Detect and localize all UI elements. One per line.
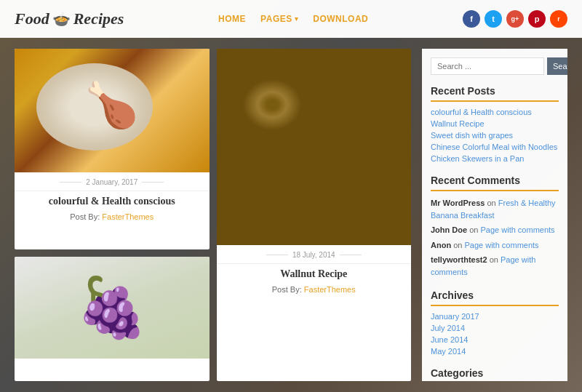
archives-title: Archives [431, 289, 559, 306]
google-plus-icon[interactable]: g+ [506, 10, 524, 28]
comment-0: Mr WordPress on Fresh & Healthy Banana B… [431, 196, 559, 223]
post-title-chicken: colourful & Health conscious [15, 191, 210, 210]
chicken-image [15, 49, 210, 172]
social-icons: f t g+ p r [463, 10, 567, 28]
recent-post-3[interactable]: Chinese Colorful Meal with Noodles [431, 141, 559, 153]
comment-action-3: on [490, 255, 498, 264]
reddit-icon[interactable]: r [550, 10, 567, 28]
comment-user-2: Anon [431, 241, 451, 249]
comment-3: tellyworthtest2 on Page with comments [431, 252, 559, 279]
logo-text-recipes: Recipes [73, 9, 124, 28]
post-card-walnuts[interactable]: 18 July, 2014 Wallnut Recipe Post By: Fa… [217, 49, 412, 381]
nav-home[interactable]: HOME [218, 14, 246, 24]
twitter-icon[interactable]: t [485, 10, 502, 28]
categories-title: Categories [431, 367, 559, 381]
post-title-walnuts: Wallnut Recipe [217, 264, 412, 283]
post-card-chicken[interactable]: 2 January, 2017 colourful & Health consc… [15, 49, 210, 249]
archive-2[interactable]: June 2014 [431, 334, 559, 345]
categories-section: Categories [431, 367, 559, 381]
post-meta-chicken: 2 January, 2017 [15, 172, 210, 191]
comment-action-1: on [469, 225, 478, 234]
comment-link-1[interactable]: Page with comments [481, 225, 555, 234]
recent-post-4[interactable]: Chicken Skewers in a Pan [431, 153, 559, 164]
logo-icon: 🍲 [52, 10, 71, 28]
pinterest-icon[interactable]: p [528, 10, 546, 28]
author-label-walnuts: Post By: [272, 285, 302, 294]
comment-user-0: Mr WordPress [431, 199, 485, 207]
recent-post-0[interactable]: colourful & Health conscious [431, 106, 559, 118]
post-author-walnuts: Post By: FasterThemes [217, 283, 412, 300]
author-link-walnuts[interactable]: FasterThemes [304, 285, 356, 294]
recent-posts-title: Recent Posts [431, 85, 559, 102]
main-content: 2 January, 2017 colourful & Health consc… [0, 38, 582, 392]
post-card-grapes[interactable] [15, 257, 210, 381]
recent-comments-section: Recent Comments Mr WordPress on Fresh & … [431, 175, 559, 279]
posts-grid: 2 January, 2017 colourful & Health consc… [15, 49, 411, 381]
header: Food 🍲 Recipes HOME PAGES ▾ DOWNLOAD f t… [0, 0, 582, 38]
sidebar: Search Recent Posts colourful & Health c… [422, 49, 567, 381]
walnuts-image [217, 49, 412, 245]
comment-user-1: John Doe [431, 225, 467, 234]
comment-action-0: on [487, 199, 495, 207]
archive-3[interactable]: May 2014 [431, 345, 559, 357]
archive-1[interactable]: July 2014 [431, 322, 559, 334]
post-author-chicken: Post By: FasterThemes [15, 210, 210, 227]
recent-post-1[interactable]: Wallnut Recipe [431, 118, 559, 129]
comment-action-2: on [453, 241, 462, 249]
post-meta-walnuts: 18 July, 2014 [217, 245, 412, 264]
post-date-chicken: 2 January, 2017 [23, 178, 201, 186]
recent-posts-section: Recent Posts colourful & Health consciou… [431, 85, 559, 164]
main-nav: HOME PAGES ▾ DOWNLOAD [218, 14, 368, 24]
search-input[interactable] [431, 57, 544, 75]
logo-text-food: Food [15, 9, 49, 28]
facebook-icon[interactable]: f [463, 10, 480, 28]
grapes-image [15, 257, 210, 359]
comment-2: Anon on Page with comments [431, 238, 559, 253]
comment-user-3: tellyworthtest2 [431, 255, 487, 264]
recent-comments-title: Recent Comments [431, 175, 559, 191]
logo[interactable]: Food 🍲 Recipes [15, 9, 124, 28]
author-label: Post By: [70, 212, 100, 221]
comment-link-2[interactable]: Page with comments [464, 241, 538, 249]
recent-post-2[interactable]: Sweet dish with grapes [431, 129, 559, 141]
archive-0[interactable]: January 2017 [431, 311, 559, 322]
search-button[interactable]: Search [547, 57, 567, 75]
author-link-chicken[interactable]: FasterThemes [102, 212, 154, 221]
comment-1: John Doe on Page with comments [431, 223, 559, 238]
nav-pages[interactable]: PAGES ▾ [260, 14, 298, 24]
archives-section: Archives January 2017 July 2014 June 201… [431, 289, 559, 357]
chevron-down-icon: ▾ [295, 15, 299, 23]
nav-download[interactable]: DOWNLOAD [313, 14, 368, 24]
search-box: Search [431, 57, 559, 75]
post-date-walnuts: 18 July, 2014 [226, 251, 403, 259]
